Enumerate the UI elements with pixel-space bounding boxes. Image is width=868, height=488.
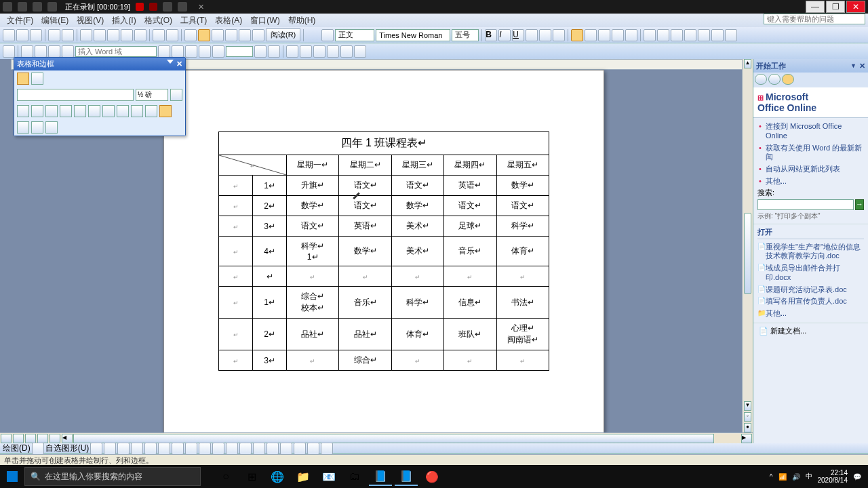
edge-icon[interactable]: 🌐: [266, 467, 289, 486]
float-close-icon[interactable]: ✕: [176, 60, 182, 68]
camera-icon[interactable]: [163, 2, 172, 12]
mm-btn-11[interactable]: [313, 45, 326, 58]
line-weight-select[interactable]: ½ 磅: [136, 89, 168, 101]
help-search-input[interactable]: [764, 14, 865, 24]
recent-file-2[interactable]: 域成员导出邮件合并打印.docx: [757, 262, 864, 284]
subject-cell[interactable]: ↵: [391, 266, 443, 287]
size-select[interactable]: 五号: [452, 29, 479, 41]
taskbar-search[interactable]: 🔍 在这里输入你要搜索的内容: [24, 467, 201, 486]
prev-page-button[interactable]: ◦: [744, 412, 751, 422]
recent-file-4[interactable]: 填写各用宣传负责人.doc: [757, 296, 864, 308]
schedule-table[interactable]: 四年 1 班课程表↵ ↵ 星期一↵ 星期二↵ 星期三↵ 星期四↵ 星期五↵ ↵1…: [218, 131, 549, 371]
tray-ime-icon[interactable]: 中: [806, 472, 812, 481]
mm-btn-5[interactable]: [62, 45, 74, 58]
view-print-button[interactable]: [25, 434, 36, 443]
border-color-button[interactable]: [170, 89, 182, 101]
dash-style-button[interactable]: [280, 443, 292, 455]
mm-record-input[interactable]: [226, 46, 253, 57]
autoformat-button[interactable]: [131, 105, 143, 117]
start-button[interactable]: [0, 465, 24, 488]
subject-cell[interactable]: 科学↵1↵: [287, 237, 339, 266]
period-cell[interactable]: 1↵: [253, 287, 287, 319]
mm-first[interactable]: [199, 45, 211, 58]
period-cell[interactable]: 3↵: [253, 216, 287, 237]
insert-table-button-2[interactable]: [45, 105, 58, 117]
text-direction-button[interactable]: [145, 105, 157, 117]
subject-cell[interactable]: ↵: [391, 350, 443, 371]
record-button[interactable]: [136, 3, 144, 11]
menu-help[interactable]: 帮助(H): [284, 14, 320, 28]
subject-cell[interactable]: 数学↵: [496, 176, 549, 196]
period-cell[interactable]: 4↵: [253, 237, 287, 266]
subject-cell[interactable]: 体育↵: [496, 237, 549, 266]
rec-ico-4[interactable]: [47, 2, 57, 12]
subject-cell[interactable]: 音乐↵: [339, 287, 391, 319]
subject-cell[interactable]: 语文↵: [339, 196, 391, 216]
nav-back-button[interactable]: [755, 74, 767, 85]
recent-file-3[interactable]: 课题研究活动记录表.doc: [757, 284, 864, 296]
font-select[interactable]: Times New Roman: [376, 29, 450, 41]
subject-cell[interactable]: 数学↵: [339, 237, 391, 266]
tray-net-icon[interactable]: 📶: [778, 473, 787, 481]
new-document-link[interactable]: 新建文档...: [759, 327, 806, 335]
subject-cell[interactable]: 语文↵: [287, 216, 339, 237]
sort-desc-button[interactable]: [31, 121, 43, 134]
cut-button[interactable]: [94, 29, 106, 41]
recorder-icon[interactable]: 🔴: [420, 467, 443, 486]
scroll-right-button[interactable]: ▶: [741, 434, 752, 443]
nav-home-button[interactable]: [782, 74, 794, 85]
mm-last[interactable]: [268, 45, 280, 58]
cell-align-button[interactable]: [159, 105, 172, 117]
undo-button[interactable]: [153, 29, 165, 41]
char-border-button[interactable]: [526, 29, 538, 41]
clipart-button[interactable]: [199, 443, 211, 455]
rect-button[interactable]: [117, 443, 130, 455]
mm-btn-9[interactable]: [286, 45, 298, 58]
scroll-up-button[interactable]: ▲: [744, 59, 751, 68]
search-go-button[interactable]: →: [855, 199, 864, 210]
link-news[interactable]: 获取有关使用 Word 的最新新闻: [757, 142, 864, 164]
indent-button[interactable]: [684, 29, 696, 41]
arrow-style-button[interactable]: [294, 443, 306, 455]
subject-cell[interactable]: 英语↵: [444, 176, 496, 196]
menu-file[interactable]: 文件(F): [3, 14, 37, 28]
vertical-scrollbar[interactable]: ▲ ▼ ◦ ● ◦: [742, 59, 753, 443]
format-painter-button[interactable]: [134, 29, 146, 41]
tray-up-icon[interactable]: ^: [770, 473, 773, 481]
rec-ico-1[interactable]: [3, 2, 12, 12]
font-color-button[interactable]: [725, 29, 737, 41]
highlight-button[interactable]: [711, 29, 724, 41]
redo-button[interactable]: [166, 29, 178, 41]
view-web-button[interactable]: [13, 434, 24, 443]
subject-cell[interactable]: 数学↵: [391, 196, 443, 216]
new-doc-button[interactable]: [3, 29, 15, 41]
menu-window[interactable]: 窗口(W): [246, 14, 283, 28]
subject-cell[interactable]: ↵: [496, 266, 549, 287]
drawing-button[interactable]: [252, 29, 264, 41]
underline-button[interactable]: U: [512, 29, 524, 41]
rec-close-icon[interactable]: ✕: [198, 3, 204, 12]
sort-asc-button[interactable]: [17, 121, 29, 134]
mm-btn-4[interactable]: [48, 45, 60, 58]
line-style-button[interactable]: [267, 443, 279, 455]
subject-cell[interactable]: 语文↵: [339, 176, 391, 196]
mm-btn-2[interactable]: [21, 45, 33, 58]
subject-cell[interactable]: 书法↵: [496, 287, 549, 319]
word-icon-2[interactable]: 📘: [395, 467, 418, 486]
mm-btn-1[interactable]: [3, 45, 15, 58]
insert-word-field[interactable]: 插入 Word 域: [75, 46, 157, 57]
period-cell[interactable]: 1↵: [253, 176, 287, 196]
row-label-cell[interactable]: ↵: [219, 237, 253, 266]
insert-table-button[interactable]: [212, 29, 224, 41]
mm-btn-14[interactable]: [354, 45, 366, 58]
taskview-icon[interactable]: ⊞: [240, 467, 263, 486]
bullets-button[interactable]: [657, 29, 669, 41]
tray-time[interactable]: 22:14: [818, 469, 848, 476]
align-left-button[interactable]: [571, 29, 583, 41]
line-color-button[interactable]: [239, 443, 252, 455]
taskpane-search-input[interactable]: [757, 199, 854, 210]
nav-fwd-button[interactable]: [768, 74, 781, 85]
tray-notif-icon[interactable]: 💬: [853, 473, 861, 481]
subject-cell[interactable]: 足球↵: [444, 216, 496, 237]
minimize-button[interactable]: —: [806, 1, 825, 13]
